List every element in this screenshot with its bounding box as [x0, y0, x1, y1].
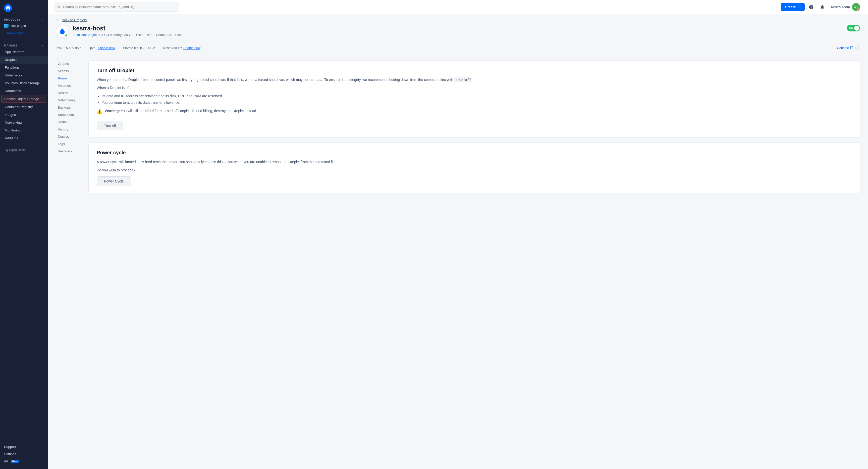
droplet-info: kestra-host in first-project / 4 GB Memo…	[73, 25, 182, 37]
user-area[interactable]: Kestra Team KT	[829, 2, 862, 12]
sidenav-resize[interactable]: Resize	[56, 89, 88, 96]
chevron-down-icon	[797, 5, 801, 9]
sidenav-graphs[interactable]: Graphs	[56, 60, 88, 67]
toggle-track[interactable]: ON	[847, 25, 860, 31]
sidebar-item-settings[interactable]: Settings	[0, 450, 48, 458]
help-icon	[809, 4, 814, 9]
sidenav-recovery[interactable]: Recovery	[56, 148, 88, 154]
sidenav-access[interactable]: Access	[56, 68, 88, 75]
bullet-1: Its data and IP address are retained and…	[102, 93, 852, 99]
droplet-header: kestra-host in first-project / 4 GB Memo…	[48, 25, 868, 43]
avatar: KT	[852, 3, 860, 11]
sidebar-divider-3	[0, 156, 48, 156]
private-ip-value: 10.114.0.2	[140, 46, 155, 50]
back-to-droplets-link[interactable]: Back to Droplets	[62, 18, 87, 22]
notifications-button[interactable]	[818, 2, 827, 11]
sidebar-item-api[interactable]: API New	[0, 458, 48, 465]
sidebar-item-networking[interactable]: Networking	[0, 119, 48, 126]
back-arrow-icon	[56, 18, 59, 22]
power-cycle-prompt: Do you wish to proceed?	[97, 167, 852, 173]
search-container[interactable]	[54, 2, 179, 11]
sidebar-item-databases[interactable]: Databases	[0, 87, 48, 95]
private-ip-item: Private IP: 10.114.0.2	[123, 46, 155, 50]
droplet-sidenav: Graphs Access Power Volumes Resize Netwo…	[56, 60, 88, 463]
sidebar-divider-1	[0, 39, 48, 39]
poweroff-cmd: poweroff	[454, 78, 472, 82]
warning-text: Warning: You will still be billed for a …	[105, 108, 257, 114]
sidenav-networking[interactable]: Networking	[56, 97, 88, 104]
turn-off-card-title: Turn off Droplet	[97, 68, 852, 74]
power-cycle-card-title: Power cycle	[97, 150, 852, 155]
sidebar: PROJECTS first-project + New Project MAN…	[0, 0, 48, 469]
ipv4-item: ipv4: 159.89.98.6	[56, 46, 82, 50]
content-area: Back to Droplets kestra-host in first-pr…	[48, 14, 868, 469]
console-help-icon[interactable]: ?	[856, 46, 860, 50]
droplet-icon	[56, 25, 69, 38]
sidebar-item-spaces[interactable]: Spaces Object Storage	[1, 95, 46, 103]
sidebar-item-container-registry[interactable]: Container Registry	[0, 103, 48, 111]
sidenav-tags[interactable]: Tags	[56, 141, 88, 147]
reserved-ip-enable-link[interactable]: Enable now	[183, 46, 200, 50]
ipv6-enable-link[interactable]: Enable now	[98, 46, 115, 50]
sidebar-item-volumes[interactable]: Volumes Block Storage	[0, 79, 48, 87]
breadcrumb: Back to Droplets	[48, 14, 868, 25]
power-toggle[interactable]: ON	[847, 25, 860, 31]
power-cycle-card: Power cycle A power cycle will immediate…	[88, 143, 860, 193]
water-drop-icon	[59, 28, 66, 35]
ip-bar: ipv4: 159.89.98.6 ipv6: Enable now Priva…	[48, 43, 868, 54]
droplet-title: kestra-host	[73, 25, 182, 32]
sidebar-item-kubernetes[interactable]: Kubernetes	[0, 71, 48, 79]
logo-icon[interactable]	[4, 4, 12, 12]
sidebar-item-droplets[interactable]: Droplets	[0, 56, 48, 64]
sidenav-backups[interactable]: Backups	[56, 104, 88, 111]
search-icon	[57, 5, 61, 9]
console-link[interactable]: Console ?	[837, 46, 860, 50]
sidenav-volumes[interactable]: Volumes	[56, 82, 88, 89]
sidebar-new-project[interactable]: + New Project	[0, 29, 48, 37]
topbar-right: Create Kestra Team KT	[781, 2, 862, 12]
projects-section-header: PROJECTS	[0, 15, 48, 22]
turn-off-button[interactable]: Turn off	[97, 121, 123, 130]
sidebar-item-images[interactable]: Images	[0, 111, 48, 119]
warning-icon: ⚠️	[97, 108, 102, 115]
manage-section-header: MANAGE	[0, 41, 48, 48]
sidenav-destroy[interactable]: Destroy	[56, 133, 88, 140]
body-layout: Graphs Access Power Volumes Resize Netwo…	[48, 54, 868, 469]
sidenav-snapshots[interactable]: Snapshots	[56, 111, 88, 118]
create-button[interactable]: Create	[781, 3, 805, 11]
sidebar-bottom: Support Settings API New	[0, 443, 48, 469]
help-button[interactable]	[807, 2, 816, 11]
bullet-2: You continue to accrue its data transfer…	[102, 100, 852, 105]
search-input[interactable]	[63, 5, 176, 9]
external-link-icon	[850, 46, 854, 50]
sidebar-item-first-project[interactable]: first-project	[0, 22, 48, 29]
sidebar-item-support[interactable]: Support	[0, 443, 48, 450]
logo-area	[0, 0, 48, 15]
power-cycle-desc: A power cycle will immediately hard rese…	[97, 159, 852, 165]
droplet-meta: in first-project / 4 GB Memory / 80 GB D…	[73, 33, 182, 37]
project-tag[interactable]: first-project	[77, 33, 97, 37]
sidebar-divider-2	[0, 144, 48, 144]
avatar-notification-dot	[858, 8, 860, 11]
project-tag-icon	[77, 34, 81, 36]
sidenav-kernel[interactable]: Kernel	[56, 119, 88, 125]
project-icon	[4, 24, 8, 28]
droplet-header-left: kestra-host in first-project / 4 GB Memo…	[56, 25, 182, 38]
power-cards-area: Turn off Droplet When you turn off a Dro…	[88, 60, 860, 463]
ipv4-value: 159.89.98.6	[64, 46, 82, 50]
main-area: Create Kestra Team KT Back to Droplets	[48, 0, 868, 469]
sidenav-history[interactable]: History	[56, 126, 88, 133]
sidenav-power[interactable]: Power	[56, 75, 88, 82]
turn-off-card-body: When you turn off a Droplet from the con…	[97, 77, 852, 130]
sidebar-item-addons[interactable]: Add-Ons	[0, 134, 48, 142]
toggle-knob	[854, 26, 859, 31]
power-cycle-button[interactable]: Power Cycle	[97, 176, 131, 186]
droplet-status-dot	[65, 34, 68, 37]
sidebar-by-digitalocean: By DigitalOcean	[0, 146, 48, 154]
sidebar-item-app-platform[interactable]: App Platform	[0, 48, 48, 56]
sidebar-item-monitoring[interactable]: Monitoring	[0, 126, 48, 134]
api-new-badge: New	[11, 460, 19, 463]
power-cycle-card-body: A power cycle will immediately hard rese…	[97, 159, 852, 186]
sidebar-item-functions[interactable]: Functions	[0, 64, 48, 71]
reserved-ip-item: Reserved IP: Enable now	[163, 46, 200, 50]
